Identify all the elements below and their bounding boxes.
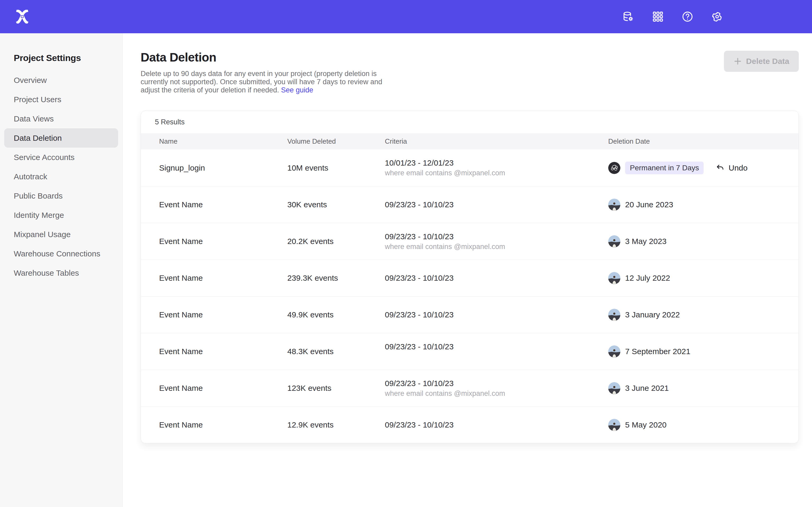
sidebar-item-service-accounts[interactable]: Service Accounts [4,148,118,167]
deletion-date: 12 July 2022 [625,274,670,283]
delete-data-button-label: Delete Data [746,57,789,66]
row-name: Event Name [159,420,287,429]
criteria-date-range: 09/23/23 - 10/10/23 [385,419,608,430]
topbar-icon-group [622,11,812,23]
row-criteria: 09/23/23 - 10/10/23 where email contains… [385,378,608,398]
row-deletion-date: 7 September 2021 [608,345,799,357]
table-row: Event Name 239.3K events 09/23/23 - 10/1… [141,260,799,296]
user-avatar [608,199,620,211]
row-name: Signup_login [159,163,287,172]
deletion-date: 5 May 2020 [625,420,667,429]
plus-icon [733,57,742,65]
table-body: Signup_login 10M events 10/01/23 - 12/01… [141,150,799,443]
table-row: Event Name 30K events 09/23/23 - 10/10/2… [141,186,799,223]
settings-gear-icon[interactable] [711,11,723,23]
criteria-condition: where email contains @mixpanel.com [385,168,608,178]
user-avatar [608,235,620,247]
deletion-date: 3 June 2021 [625,384,669,393]
settings-sidebar: Project Settings OverviewProject UsersDa… [0,33,123,507]
row-volume: 20.2K events [287,237,385,246]
criteria-date-range: 09/23/23 - 10/10/23 [385,273,608,283]
page-description: Delete up to 90 days data for any event … [141,70,799,94]
see-guide-link[interactable]: See guide [281,86,313,94]
deletion-date: 20 June 2023 [625,200,673,209]
sidebar-item-overview[interactable]: Overview [4,70,118,90]
row-deletion-date: 3 June 2021 [608,382,799,394]
results-count: 5 Results [141,111,799,133]
row-deletion-date: 12 July 2022 [608,272,799,284]
table-row: Event Name 123K events 09/23/23 - 10/10/… [141,370,799,406]
table-row: Event Name 48.3K events 09/23/23 - 10/10… [141,333,799,370]
table-header-row: Name Volume Deleted Criteria Deletion Da… [141,133,799,150]
row-volume: 12.9K events [287,420,385,429]
sidebar-item-data-views[interactable]: Data Views [4,109,118,128]
sidebar-title: Project Settings [14,53,122,63]
column-header-deletion-date: Deletion Date [608,137,799,146]
sidebar-item-project-users[interactable]: Project Users [4,90,118,109]
deletion-date: 7 September 2021 [625,347,691,356]
row-name: Event Name [159,274,287,283]
undo-button[interactable]: Undo [716,163,748,172]
user-avatar [608,345,620,357]
row-criteria: 09/23/23 - 10/10/23 [385,309,608,320]
row-name: Event Name [159,310,287,319]
row-criteria: 09/23/23 - 10/10/23 [385,341,608,362]
description-line-3: adjust the criteria of your deletion if … [141,86,279,94]
row-volume: 49.9K events [287,310,385,319]
undo-icon [716,163,725,172]
sidebar-nav: OverviewProject UsersData ViewsData Dele… [0,70,122,283]
table-row: Event Name 20.2K events 09/23/23 - 10/10… [141,223,799,260]
sidebar-item-warehouse-connections[interactable]: Warehouse Connections [4,244,118,263]
user-avatar [608,382,620,394]
deletion-date: 3 May 2023 [625,237,667,246]
description-line-1: Delete up to 90 days data for any event … [141,70,377,78]
column-header-criteria: Criteria [385,137,608,146]
criteria-date-range: 10/01/23 - 12/01/23 [385,158,608,168]
main-content: Data Deletion Delete up to 90 days data … [123,33,812,507]
row-deletion-date: 20 June 2023 [608,199,799,211]
row-name: Event Name [159,200,287,209]
sidebar-item-warehouse-tables[interactable]: Warehouse Tables [4,263,118,283]
row-volume: 123K events [287,384,385,393]
table-row: Signup_login 10M events 10/01/23 - 12/01… [141,150,799,186]
sidebar-item-data-deletion[interactable]: Data Deletion [4,128,118,148]
user-avatar [608,272,620,284]
sidebar-item-mixpanel-usage[interactable]: Mixpanel Usage [4,225,118,244]
criteria-condition [385,352,608,362]
user-avatar [608,162,620,174]
criteria-date-range: 09/23/23 - 10/10/23 [385,231,608,242]
row-name: Event Name [159,347,287,356]
sidebar-item-identity-merge[interactable]: Identity Merge [4,206,118,225]
user-avatar [608,309,620,321]
criteria-date-range: 09/23/23 - 10/10/23 [385,200,608,210]
sidebar-item-autotrack[interactable]: Autotrack [4,167,118,186]
column-header-volume: Volume Deleted [287,137,385,146]
undo-label: Undo [728,163,748,172]
row-criteria: 09/23/23 - 10/10/23 [385,419,608,430]
deletion-date: 3 January 2022 [625,310,680,319]
criteria-date-range: 09/23/23 - 10/10/23 [385,309,608,320]
deletion-table-card: 5 Results Name Volume Deleted Criteria D… [141,111,799,443]
page-title: Data Deletion [141,50,799,64]
sidebar-item-public-boards[interactable]: Public Boards [4,186,118,206]
row-name: Event Name [159,384,287,393]
row-volume: 48.3K events [287,347,385,356]
criteria-date-range: 09/23/23 - 10/10/23 [385,378,608,389]
row-deletion-date: Permanent in 7 Days Undo [608,162,799,174]
help-icon[interactable] [681,11,694,23]
mixpanel-logo-icon[interactable] [16,10,29,23]
row-deletion-date: 3 January 2022 [608,309,799,321]
criteria-condition: where email contains @mixpanel.com [385,242,608,251]
row-deletion-date: 5 May 2020 [608,419,799,431]
page-header: Data Deletion Delete up to 90 days data … [141,50,799,94]
status-badge: Permanent in 7 Days [625,162,704,174]
row-name: Event Name [159,237,287,246]
row-criteria: 09/23/23 - 10/10/23 where email contains… [385,231,608,251]
table-row: Event Name 49.9K events 09/23/23 - 10/10… [141,296,799,333]
database-gear-icon[interactable] [622,11,635,23]
apps-grid-icon[interactable] [652,11,664,23]
criteria-date-range: 09/23/23 - 10/10/23 [385,341,608,352]
delete-data-button[interactable]: Delete Data [724,51,799,72]
criteria-condition: where email contains @mixpanel.com [385,389,608,398]
row-criteria: 09/23/23 - 10/10/23 [385,273,608,283]
